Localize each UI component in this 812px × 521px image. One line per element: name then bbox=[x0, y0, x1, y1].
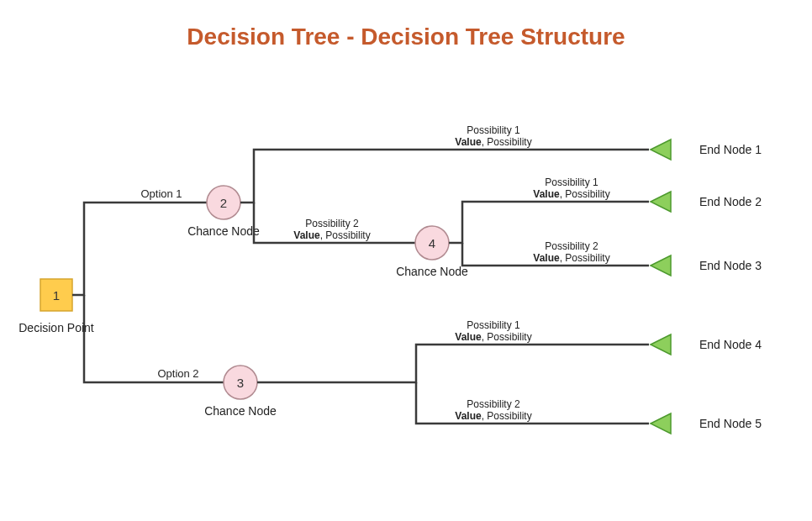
poss2-end3-bot: Value, Possibility bbox=[533, 252, 609, 264]
option2-label: Option 2 bbox=[157, 367, 198, 380]
end-node-3-icon bbox=[651, 255, 671, 276]
poss1-end4-top: Possibility 1 bbox=[467, 319, 520, 331]
end-node-4-label: End Node 4 bbox=[699, 338, 762, 351]
chance-node-2-number: 2 bbox=[220, 196, 227, 210]
end-node-5-icon bbox=[651, 413, 671, 434]
chance-node-3: 3 Chance Node bbox=[204, 366, 277, 418]
decision-node: 1 Decision Point bbox=[18, 279, 94, 334]
chance-node-4-label: Chance Node bbox=[396, 265, 468, 278]
poss2-end5-top: Possibility 2 bbox=[467, 398, 520, 410]
end-node-2-icon bbox=[651, 192, 671, 212]
end-node-4-icon bbox=[651, 334, 671, 355]
chance-node-3-number: 3 bbox=[237, 376, 244, 390]
end-node-1-label: End Node 1 bbox=[699, 143, 762, 156]
poss1-end2-bot: Value, Possibility bbox=[533, 188, 609, 200]
branch-root-to-chance2 bbox=[72, 203, 207, 295]
chance-node-4: 4 Chance Node bbox=[396, 226, 468, 278]
poss1-end1-top: Possibility 1 bbox=[467, 124, 520, 136]
decision-node-number: 1 bbox=[53, 288, 60, 303]
poss2-to4-bot: Value, Possibility bbox=[293, 229, 370, 241]
poss2-to4-top: Possibility 2 bbox=[305, 218, 359, 229]
chance-node-3-label: Chance Node bbox=[204, 404, 277, 418]
end-node-3-label: End Node 3 bbox=[699, 259, 762, 272]
branch-chance4-to-end2 bbox=[449, 202, 649, 243]
poss1-end4-bot: Value, Possibility bbox=[455, 331, 531, 343]
chance-node-2: 2 Chance Node bbox=[187, 186, 260, 238]
poss1-end1-bot: Value, Possibility bbox=[455, 136, 531, 148]
poss1-end2-top: Possibility 1 bbox=[545, 176, 598, 188]
option1-label: Option 1 bbox=[140, 187, 182, 200]
end-node-2-label: End Node 2 bbox=[699, 195, 762, 208]
branch-chance3-to-end5 bbox=[416, 382, 649, 424]
end-node-5-label: End Node 5 bbox=[699, 417, 762, 430]
poss2-end5-bot: Value, Possibility bbox=[455, 410, 531, 422]
decision-tree-diagram: 1 Decision Point Option 1 Option 2 2 Cha… bbox=[0, 0, 812, 521]
decision-node-label: Decision Point bbox=[18, 321, 94, 334]
branch-root-to-chance3 bbox=[84, 295, 224, 382]
chance-node-4-number: 4 bbox=[429, 236, 435, 250]
chance-node-2-label: Chance Node bbox=[187, 224, 260, 238]
branch-chance3-to-end4 bbox=[257, 345, 649, 382]
poss2-end3-top: Possibility 2 bbox=[545, 240, 598, 252]
